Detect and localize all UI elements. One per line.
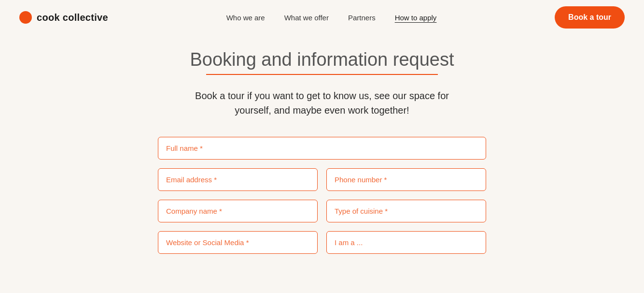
form-row-fullname <box>158 137 486 160</box>
nav-who-we-are[interactable]: Who we are <box>226 14 265 22</box>
company-name-input[interactable] <box>158 200 318 222</box>
book-tour-button[interactable]: Book a tour <box>555 6 625 29</box>
phone-input[interactable] <box>326 168 486 191</box>
nav-partners[interactable]: Partners <box>348 14 376 22</box>
page-description: Book a tour if you want to get to know u… <box>177 88 467 117</box>
logo-text: cook collective <box>37 12 108 23</box>
main-nav: Who we are What we offer Partners How to… <box>226 14 437 22</box>
role-input[interactable] <box>326 231 486 254</box>
logo-dot-icon <box>19 11 32 24</box>
nav-how-to-apply[interactable]: How to apply <box>395 14 437 22</box>
form-row-company-cuisine <box>158 200 486 222</box>
form-row-website-role <box>158 231 486 254</box>
main-content: Booking and information request Book a t… <box>0 35 644 273</box>
website-input[interactable] <box>158 231 318 254</box>
title-underline <box>206 74 438 75</box>
logo[interactable]: cook collective <box>19 11 108 24</box>
cuisine-type-input[interactable] <box>326 200 486 222</box>
email-input[interactable] <box>158 168 318 191</box>
full-name-input[interactable] <box>158 137 486 160</box>
nav-what-we-offer[interactable]: What we offer <box>284 14 329 22</box>
header: cook collective Who we are What we offer… <box>0 0 644 35</box>
booking-form <box>158 137 486 254</box>
form-row-email-phone <box>158 168 486 191</box>
page-title: Booking and information request <box>190 49 454 70</box>
